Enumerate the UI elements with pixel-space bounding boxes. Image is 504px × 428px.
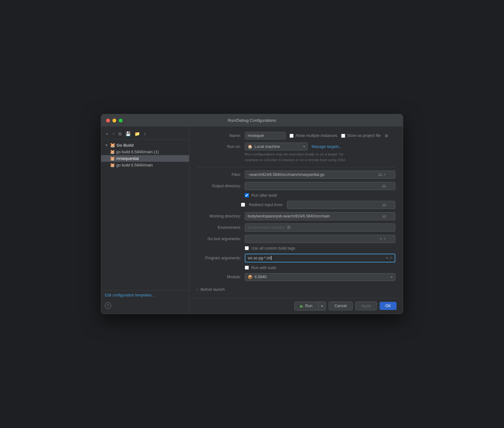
- allow-multiple-label: Allow multiple instances: [295, 133, 337, 138]
- run-on-description: Run configurations may be executed local…: [245, 152, 395, 163]
- module-label: Module:: [197, 275, 241, 279]
- redirect-checkbox[interactable]: [241, 203, 245, 207]
- allow-multiple-checkbox[interactable]: [289, 134, 294, 138]
- copy-config-button[interactable]: ⧉: [117, 131, 123, 137]
- apply-button[interactable]: Apply: [355, 301, 377, 310]
- traffic-lights: [106, 119, 123, 122]
- files-row: Files: ~search/824/6.5840/src/main/mrseq…: [197, 171, 395, 179]
- store-project-label: Store as project file: [347, 133, 381, 138]
- go-icon: 🐹: [110, 156, 115, 161]
- program-args-label: Program arguments:: [197, 256, 241, 260]
- add-config-button[interactable]: +: [105, 131, 109, 137]
- tree-item-label-active: mrsequential: [116, 156, 139, 161]
- name-input[interactable]: [245, 132, 286, 139]
- before-launch-section[interactable]: › Before launch: [197, 284, 395, 293]
- run-on-label: Run on:: [197, 144, 241, 149]
- expand-icon[interactable]: ⤢: [383, 172, 386, 177]
- working-dir-label: Working directory:: [197, 214, 241, 218]
- folder-config-button[interactable]: 📁: [134, 131, 141, 137]
- run-with-sudo-label: Run with sudo: [251, 266, 276, 270]
- run-after-build-checkbox[interactable]: [245, 193, 249, 197]
- text-cursor: [271, 256, 272, 260]
- name-label: Name:: [197, 133, 241, 138]
- folder-icon[interactable]: 🗂: [382, 183, 386, 188]
- remove-config-button[interactable]: −: [111, 131, 116, 137]
- manage-targets-link[interactable]: Manage targets...: [312, 144, 342, 149]
- output-dir-field[interactable]: 🗂: [245, 182, 395, 190]
- run-after-build-row: Run after build: [245, 193, 395, 198]
- module-row: Module: 📦 6.5840 ▾: [197, 273, 395, 281]
- expand-icon[interactable]: ⤢: [389, 256, 392, 260]
- folder-icon[interactable]: 🗂: [378, 172, 382, 177]
- run-icon: ▶: [300, 304, 303, 308]
- program-args-row: Program arguments: wc.so pg-*.txt + ⤢: [197, 254, 395, 262]
- edit-config-templates-link[interactable]: Edit configuration templates...: [101, 290, 189, 300]
- go-build-icon: 🐹: [110, 143, 115, 148]
- expand-icon[interactable]: ⤢: [383, 237, 386, 241]
- local-machine-dropdown[interactable]: 🏠 Local machine ▾: [245, 143, 308, 150]
- redirect-field[interactable]: 🗂: [287, 201, 395, 209]
- ok-button[interactable]: OK: [380, 302, 397, 310]
- gear-icon[interactable]: ⚙: [385, 133, 388, 138]
- run-after-build-label: Run after build: [251, 193, 277, 198]
- tree-item[interactable]: 🐹 go build 6.5840/main: [101, 162, 189, 168]
- working-dir-value: body/workspace/ysb-search/824/6.5840/src…: [248, 214, 380, 218]
- right-panel: Name: Allow multiple instances Store as …: [189, 127, 403, 314]
- go-tool-args-label: Go tool arguments:: [197, 237, 241, 241]
- local-machine-value: Local machine: [255, 144, 280, 149]
- custom-tags-row: Use all custom build tags: [245, 246, 395, 251]
- go-tool-args-field[interactable]: + ⤢: [245, 235, 395, 243]
- go-icon: 🐹: [110, 163, 115, 167]
- sort-config-button[interactable]: ↕: [143, 131, 147, 137]
- files-field[interactable]: ~search/824/6.5840/src/main/mrsequential…: [245, 171, 395, 179]
- folder-icon[interactable]: 🗂: [382, 214, 386, 218]
- config-tree: ▼ 🐹 Go Build 🐹 go build 6.5840/main (1) …: [101, 140, 189, 290]
- environment-row: Environment: Environment variables ☰: [197, 223, 395, 232]
- sidebar-toolbar: + − ⧉ 💾 📁 ↕: [101, 129, 189, 140]
- program-args-value: wc.so pg-*.txt: [248, 256, 271, 260]
- redirect-row: Redirect input from: 🗂: [197, 201, 395, 209]
- program-args-field[interactable]: wc.so pg-*.txt + ⤢: [245, 254, 395, 262]
- maximize-button[interactable]: [119, 119, 123, 122]
- store-project-checkbox[interactable]: [341, 134, 345, 138]
- run-with-sudo-checkbox[interactable]: [245, 266, 249, 270]
- custom-tags-checkbox[interactable]: [245, 246, 249, 250]
- run-on-row: Run on: 🏠 Local machine ▾ Manage targets…: [197, 143, 395, 150]
- cancel-button[interactable]: Cancel: [329, 301, 353, 310]
- run-debug-dialog: Run/Debug Configurations + − ⧉ 💾 📁 ↕ ▼ 🐹: [101, 114, 403, 314]
- environment-placeholder: Environment variables: [248, 225, 285, 230]
- name-row: Name: Allow multiple instances Store as …: [197, 132, 395, 139]
- module-value: 6.5840: [255, 275, 266, 279]
- before-launch-label: Before launch: [201, 287, 225, 292]
- run-dropdown-button[interactable]: ▾: [318, 301, 326, 311]
- folder-icon[interactable]: 🗂: [382, 202, 386, 207]
- environment-field[interactable]: Environment variables ☰: [245, 223, 395, 232]
- run-button[interactable]: ▶ Run: [294, 301, 318, 311]
- add-icon[interactable]: +: [380, 236, 382, 241]
- tree-item[interactable]: 🐹 go build 6.5840/main (1): [101, 149, 189, 155]
- list-icon[interactable]: ☰: [287, 225, 291, 230]
- save-config-button[interactable]: 💾: [124, 131, 132, 137]
- minimize-button[interactable]: [112, 119, 116, 122]
- tree-item-active[interactable]: 🐹 mrsequential: [101, 155, 189, 162]
- redirect-label: Redirect input from:: [249, 203, 283, 207]
- go-icon: 🐹: [110, 149, 115, 154]
- chevron-down-icon: ▾: [391, 275, 392, 279]
- config-form: Name: Allow multiple instances Store as …: [189, 127, 403, 298]
- chevron-down-icon: ▾: [303, 145, 305, 148]
- working-dir-field[interactable]: body/workspace/ysb-search/824/6.5840/src…: [245, 212, 395, 220]
- environment-label: Environment:: [197, 225, 241, 230]
- files-label: Files:: [197, 172, 241, 177]
- help-button[interactable]: ?: [105, 302, 111, 309]
- close-button[interactable]: [106, 119, 110, 122]
- go-build-group-header[interactable]: ▼ 🐹 Go Build: [101, 142, 189, 149]
- home-icon: 🏠: [248, 144, 253, 149]
- add-icon[interactable]: +: [386, 256, 388, 260]
- output-dir-label: Output directory:: [197, 184, 241, 188]
- module-icon: 📦: [248, 275, 253, 279]
- chevron-right-icon: ›: [197, 288, 198, 291]
- working-dir-row: Working directory: body/workspace/ysb-se…: [197, 212, 395, 220]
- tree-item-label: go build 6.5840/main: [116, 163, 153, 167]
- module-dropdown[interactable]: 📦 6.5840 ▾: [245, 273, 395, 281]
- dialog-title: Run/Debug Configurations: [228, 118, 276, 123]
